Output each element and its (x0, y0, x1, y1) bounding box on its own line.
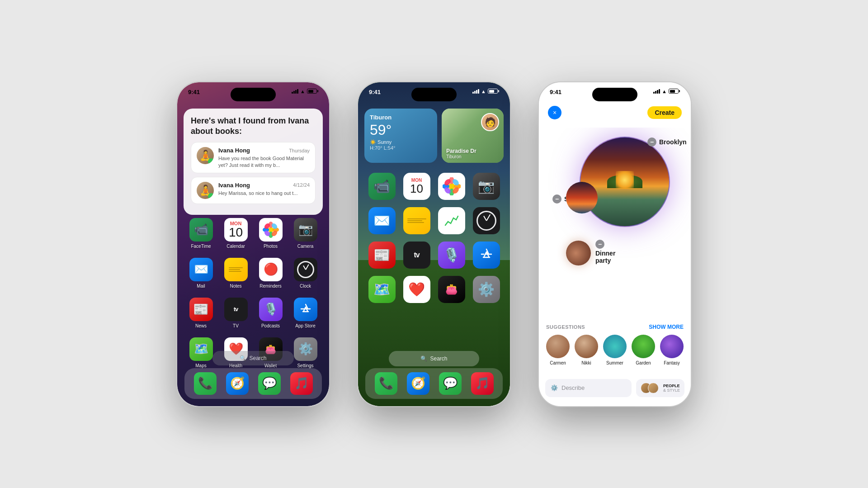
describe-placeholder: Describe (561, 384, 585, 391)
app-calendar[interactable]: MON 10 Calendar (221, 218, 250, 249)
widgets-row-2: Tiburon 59° ☀️ Sunny H:70° L:54° 🧑 Parad… (364, 109, 504, 163)
people-label-top: PEOPLE (663, 384, 680, 388)
sunset-circle[interactable] (566, 182, 598, 213)
app-settings[interactable]: ⚙️ Settings (291, 337, 320, 368)
p2-podcasts[interactable]: 🎙️ (438, 242, 465, 269)
suggestions-header: SUGGESTIONS SHOW MORE (546, 324, 684, 330)
app-reminders[interactable]: 🔴 Reminders (256, 258, 285, 289)
suggestion-garden[interactable]: Garden (632, 335, 655, 365)
p2-wallet[interactable]: 👛 (438, 276, 465, 303)
app-appstore-label: App Store (295, 323, 315, 328)
suggestion-carmen[interactable]: Carmen (546, 335, 570, 365)
suggestions-title: SUGGESTIONS (546, 324, 585, 330)
suggestion-label-fantasy: Fantasy (664, 360, 680, 365)
siri-card: Here's what I found from Ivana about boo… (184, 109, 323, 215)
siri-avatar-1: 🧘 (197, 147, 214, 164)
dock-messages-1[interactable]: 💬 (258, 372, 281, 395)
app-facetime[interactable]: 📹 FaceTime (186, 218, 216, 249)
dock-safari-2[interactable]: 🧭 (407, 372, 429, 395)
wifi-icon-2: ▲ (481, 89, 486, 94)
app-notes[interactable]: Notes (221, 258, 250, 289)
p2-stocks[interactable] (438, 207, 465, 234)
app-photos[interactable]: Photos (256, 218, 285, 249)
p2-appletv[interactable]: tv (403, 242, 430, 269)
p2-settings[interactable]: ⚙️ (473, 276, 500, 303)
p2-camera[interactable]: 📷 (473, 173, 500, 200)
p2-health[interactable]: ❤️ (403, 276, 430, 303)
brooklyn-circle[interactable] (580, 137, 670, 227)
dock-music-1[interactable]: 🎵 (290, 372, 313, 395)
describe-input[interactable]: ⚙️ Describe (545, 379, 632, 397)
signal-icon-3 (653, 89, 660, 94)
siri-avatar-2: 🧘 (197, 182, 214, 199)
maps-widget[interactable]: 🧑 Paradise Dr Tiburon (442, 109, 504, 163)
phone3: 9:41 ▲ × Create (538, 81, 692, 407)
create-button[interactable]: Create (647, 106, 682, 119)
status-time-2: 9:41 (369, 89, 381, 95)
brooklyn-minus[interactable]: − (647, 137, 656, 147)
p2-mail[interactable]: ✉️ (368, 207, 396, 234)
app-news[interactable]: 📰 News (186, 298, 216, 328)
search-bar-2[interactable]: 🔍 Search (389, 351, 479, 366)
p2-notes[interactable] (403, 207, 430, 234)
people-labels: PEOPLE & STYLE (663, 384, 680, 393)
app-podcasts-label: Podcasts (261, 323, 280, 328)
p2-clock[interactable] (473, 207, 500, 234)
show-more-button[interactable]: SHOW MORE (649, 324, 684, 330)
app-maps[interactable]: 🗺️ Maps (186, 337, 216, 368)
brooklyn-text: Brooklyn (659, 138, 687, 146)
suggestions-section: SUGGESTIONS SHOW MORE Carmen Nikki Summe… (539, 317, 691, 370)
dock-music-2[interactable]: 🎵 (471, 372, 494, 395)
dinner-minus[interactable]: − (595, 240, 604, 249)
dock-messages-2[interactable]: 💬 (439, 372, 462, 395)
dynamic-island-2 (411, 88, 457, 101)
app-podcasts[interactable]: 🎙️ Podcasts (256, 298, 285, 328)
siri-text-1: Ivana Hong Thursday Have you read the bo… (218, 147, 310, 168)
svg-point-9 (448, 183, 455, 190)
app-row-2-2: ✉️ (364, 207, 504, 234)
p2-facetime[interactable]: 📹 (368, 173, 396, 200)
suggestion-fantasy[interactable]: Fantasy (660, 335, 684, 365)
search-label-2: Search (430, 355, 447, 362)
p2-calendar[interactable]: MON 10 (403, 173, 430, 200)
p2-maps[interactable]: 🗺️ (368, 276, 396, 303)
signal-icon-1 (292, 89, 298, 94)
app-mail-label: Mail (197, 284, 205, 289)
phone2: 9:41 ▲ Tiburon 59° (357, 81, 511, 407)
dock-safari-1[interactable]: 🧭 (226, 372, 249, 395)
suggestion-thumb-summer (603, 335, 627, 358)
search-icon-1: 🔍 (240, 355, 246, 361)
dinner-circle[interactable] (566, 241, 591, 265)
app-tv-label: TV (233, 323, 239, 328)
app-row-1-2: ✉️ Mail Notes 🔴 Reminders (184, 258, 323, 289)
siri-result-1[interactable]: 🧘 Ivana Hong Thursday Have you read the … (191, 142, 316, 173)
weather-widget[interactable]: Tiburon 59° ☀️ Sunny H:70° L:54° (364, 109, 437, 163)
people-style-button[interactable]: PEOPLE & STYLE (636, 379, 684, 397)
app-clock[interactable]: Clock (291, 258, 320, 289)
dock-phone-2[interactable]: 📞 (375, 372, 397, 395)
close-button[interactable]: × (548, 106, 561, 119)
suggestion-items: Carmen Nikki Summer Garden Fantasy (546, 335, 684, 365)
dinner-text2: party (595, 257, 611, 264)
suggestion-label-nikki: Nikki (581, 360, 591, 365)
p2-news[interactable]: 📰 (368, 242, 396, 269)
app-tv[interactable]: tv TV (221, 298, 250, 328)
app-facetime-label: FaceTime (191, 244, 211, 249)
p2-appstore[interactable] (473, 242, 500, 269)
app-mail[interactable]: ✉️ Mail (186, 258, 216, 289)
suggestion-nikki[interactable]: Nikki (575, 335, 598, 365)
p2-photos[interactable] (438, 173, 465, 200)
app-camera[interactable]: 📷 Camera (291, 218, 320, 249)
suggestion-summer[interactable]: Summer (603, 335, 627, 365)
playground-header: × Create (539, 106, 691, 119)
maps-sublocation: Tiburon (446, 154, 476, 159)
siri-date-1: Thursday (289, 148, 310, 153)
siri-result-2[interactable]: 🧘 Ivana Hong 4/12/24 Hey Marissa, so nic… (191, 177, 316, 204)
app-reminders-label: Reminders (259, 284, 281, 289)
app-appstore[interactable]: App Store (291, 298, 320, 328)
search-bar-1[interactable]: 🔍 Search (212, 351, 294, 365)
dock-phone-1[interactable]: 📞 (194, 372, 217, 395)
sunset-minus[interactable]: − (552, 194, 561, 204)
battery-icon-1 (307, 89, 318, 94)
dinner-text: Dinner (595, 250, 615, 257)
